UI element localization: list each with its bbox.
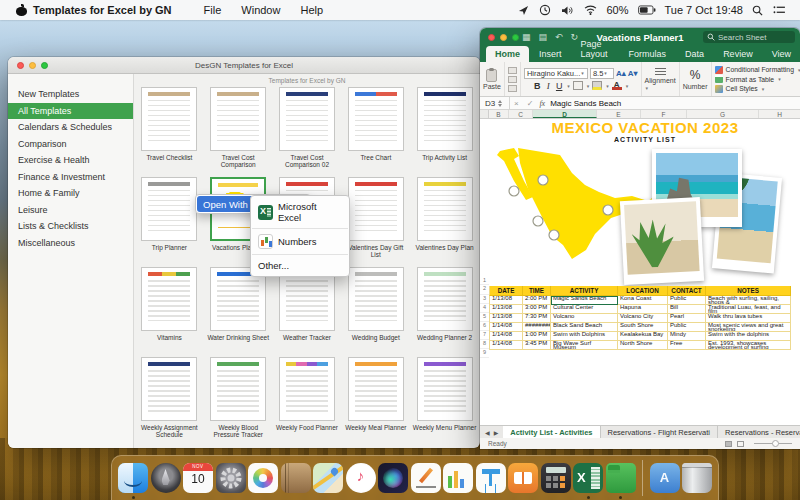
new-sheet-icon[interactable]: ▦ [522,32,531,42]
template-item[interactable]: Trip Activity List [411,87,478,177]
grow-font-button[interactable]: A▴ [616,69,626,78]
submenu-item-other[interactable]: Other... [251,255,349,276]
dock-photos-icon[interactable] [248,463,278,493]
tab-formulas[interactable]: Formulas [620,46,676,62]
sidebar-item-miscellaneous[interactable]: Miscellaneous [8,235,133,252]
cell[interactable]: 1/14/08 [489,332,523,341]
template-item[interactable]: Weekly Menu Planner [411,357,478,447]
template-item[interactable]: Wedding Budget [342,267,409,357]
submenu-item-microsoft-excel[interactable]: Microsoft Excel [251,196,349,228]
cell[interactable]: Swim with the dolphins [706,332,791,341]
font-color-button[interactable]: A [612,81,622,90]
dock-siri-icon[interactable] [378,463,408,493]
cell-styles-button[interactable]: Cell Styles▾ [715,85,765,93]
column-header-d[interactable]: D [533,110,597,118]
dock-keynote-icon[interactable] [476,463,506,493]
cell[interactable]: Traditional Luau, feast, and film [706,305,791,314]
name-box-stepper[interactable] [498,100,502,107]
alignment-button[interactable]: Alignment ▾ [642,62,680,96]
template-item[interactable]: Travel Cost Comparison 02 [274,87,341,177]
cell[interactable]: Kealakekua Bay [618,332,668,341]
cell[interactable]: 3:00 PM [523,305,551,314]
spotlight-icon[interactable] [752,5,763,16]
bold-button[interactable]: B [533,81,541,91]
sidebar-item-lists-checklists[interactable]: Lists & Checklists [8,218,133,235]
cell[interactable]: 2:00 PM [523,296,551,305]
template-item[interactable]: Tree Chart [342,87,409,177]
dock-numbers-icon[interactable] [443,463,473,493]
sidebar-item-home-family[interactable]: Home & Family [8,185,133,202]
tab-home[interactable]: Home [486,46,529,62]
cell[interactable]: Volcano City [618,314,668,323]
template-item[interactable]: Weather Tracker [274,267,341,357]
tab-page-layout[interactable]: Page Layout [572,36,619,62]
location-icon[interactable] [518,5,529,16]
sidebar-item-new-templates[interactable]: New Templates [8,86,133,103]
sidebar-item-comparison[interactable]: Comparison [8,136,133,153]
row-header[interactable]: 9 [480,349,489,358]
submenu-item-numbers[interactable]: Numbers [251,229,349,254]
formula-value[interactable]: Magic Sands Beach [550,99,621,108]
column-header-g[interactable]: G [687,110,759,118]
template-item[interactable]: Travel Checklist [136,87,203,177]
column-header-c[interactable]: C [509,110,533,118]
dock-trash-icon[interactable] [682,463,712,493]
menu-file[interactable]: File [204,4,222,16]
excel-titlebar[interactable]: ▦ ▤ ↶ ↻ Vacations Planner1 Search Sheet [480,28,800,46]
next-sheet-icon[interactable]: ▶ [494,429,499,436]
template-item[interactable]: Valentines Day Gift List [342,177,409,267]
select-all-corner[interactable] [480,110,489,118]
dock-ibooks-icon[interactable] [508,463,538,493]
column-header-h[interactable]: H [759,110,800,118]
sidebar-item-exercise-health[interactable]: Exercise & Health [8,152,133,169]
save-icon[interactable]: ▤ [539,32,548,42]
table-row[interactable]: 1/14/08 ######## Black Sand Beach South … [489,323,791,332]
cell[interactable]: Big Wave Surf Museum [551,341,618,350]
cell[interactable]: Public [668,296,706,305]
conditional-formatting-button[interactable]: Conditional Formatting▾ [715,66,800,74]
cell[interactable]: 3:45 PM [523,341,551,350]
selected-cell[interactable]: Magic Sands Beach [551,296,618,305]
column-header-f[interactable]: F [641,110,687,118]
row-header[interactable]: 4 [480,304,489,313]
cell[interactable]: Walk thru lava tubes [706,314,791,323]
zoom-button[interactable] [41,62,48,69]
dock-pages-icon[interactable] [411,463,441,493]
close-button[interactable] [488,34,495,41]
cell[interactable]: Free [668,341,706,350]
dock-maps-icon[interactable] [313,463,343,493]
column-header-e[interactable]: E [597,110,641,118]
minimize-button[interactable] [500,34,507,41]
row-header[interactable]: 7 [480,331,489,340]
cancel-icon[interactable]: × [514,99,519,108]
zoom-slider-knob[interactable] [772,440,779,447]
row-header[interactable]: 2 [480,285,489,295]
app-menu-title[interactable]: Templates for Excel by GN [33,4,172,16]
cell[interactable]: Volcano [551,314,618,323]
template-item[interactable]: Water Drinking Sheet [205,267,272,357]
zoom-slider[interactable] [754,443,792,444]
dock-itunes-icon[interactable] [346,463,376,493]
fill-color-button[interactable] [592,81,602,90]
menu-window[interactable]: Window [241,4,280,16]
minimize-button[interactable] [29,62,36,69]
dock-excel-icon[interactable]: X [573,463,603,493]
volume-icon[interactable] [561,5,574,16]
font-name-select[interactable]: Hiragino Kaku...▾ [524,68,588,79]
cell[interactable]: Pearl [668,314,706,323]
cell[interactable]: 7:30 PM [523,314,551,323]
cell[interactable]: Beach with surfing, sailing, shops & [706,296,791,305]
prev-sheet-icon[interactable]: ◀ [485,429,490,436]
sidebar-item-leisure[interactable]: Leisure [8,202,133,219]
dock-calendar-icon[interactable]: NOV10 [183,463,213,493]
row-header[interactable]: 1 [480,277,489,285]
tab-review[interactable]: Review [714,46,762,62]
template-item[interactable]: Travel Cost Comparison [205,87,272,177]
dock-finder-icon[interactable] [118,463,148,493]
table-row[interactable]: 1/13/08 3:00 PM Cultural Center Hapuna B… [489,305,791,314]
table-row[interactable]: 1/14/08 1:00 PM Swim with Dolphins Keala… [489,332,791,341]
time-machine-icon[interactable] [539,4,551,16]
cell[interactable]: Cultural Center [551,305,618,314]
template-item[interactable]: Weekly Assignment Schedule [136,357,203,447]
template-item[interactable]: Weekly Blood Pressure Tracker [205,357,272,447]
